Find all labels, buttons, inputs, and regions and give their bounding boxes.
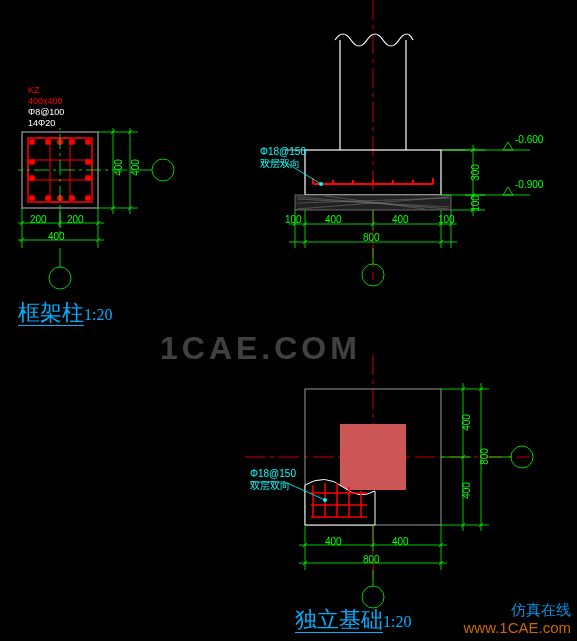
- cad-drawing-canvas: KZ 400x400 Φ8@100 14Φ20: [0, 0, 577, 641]
- col-dim-200-b: 200: [67, 214, 84, 225]
- svg-rect-93: [340, 424, 406, 490]
- sec-rebar-note: Φ18@150 双层双向: [260, 146, 306, 171]
- col-dim-400-r1: 400: [113, 159, 124, 176]
- svg-point-17: [85, 175, 91, 181]
- col-dim-400-r2: 400: [130, 159, 141, 176]
- sec-dim-400-a: 400: [325, 214, 342, 225]
- plan-dim-800-b: 800: [363, 554, 380, 565]
- level-top: -0.600: [515, 134, 543, 145]
- footer-line2: www.1CAE.com: [463, 619, 571, 637]
- level-bot: -0.900: [515, 179, 543, 190]
- plan-dim-400-r2: 400: [461, 482, 472, 499]
- svg-point-38: [49, 267, 71, 289]
- svg-point-8: [85, 139, 91, 145]
- plan-dim-400-r1: 400: [461, 414, 472, 431]
- column-stirrup-label: Φ8@100: [28, 107, 64, 118]
- sec-dim-100-v: 100: [470, 195, 481, 212]
- plan-title-text: 独立基础: [295, 607, 383, 633]
- sec-dim-400-b: 400: [392, 214, 409, 225]
- svg-point-16: [85, 159, 91, 165]
- column-size-label: 400x400: [28, 96, 63, 107]
- col-dim-400-b: 400: [48, 231, 65, 242]
- svg-point-13: [85, 195, 91, 201]
- svg-point-7: [69, 139, 75, 145]
- footer-line1: 仿真在线: [463, 601, 571, 619]
- svg-point-4: [29, 139, 35, 145]
- svg-point-12: [69, 195, 75, 201]
- plan-scale: 1:20: [383, 613, 411, 630]
- sec-dim-300: 300: [470, 164, 481, 181]
- sec-dim-100-r: 100: [438, 214, 455, 225]
- svg-point-56: [319, 182, 323, 186]
- column-title-text: 框架柱: [18, 300, 84, 326]
- svg-point-40: [152, 159, 174, 181]
- plan-dim-800-r: 800: [479, 448, 490, 465]
- column-title: 框架柱1:20: [18, 298, 112, 328]
- sec-dim-100-l: 100: [285, 214, 302, 225]
- column-scale: 1:20: [84, 306, 112, 323]
- foundation-plan-svg: [225, 355, 577, 641]
- column-kz-label: KZ: [28, 85, 40, 96]
- svg-point-14: [29, 159, 35, 165]
- plan-title: 独立基础1:20: [295, 605, 411, 635]
- svg-point-15: [29, 175, 35, 181]
- svg-point-9: [29, 195, 35, 201]
- plan-rebar-note: Φ18@150 双层双向: [250, 468, 296, 493]
- svg-point-5: [45, 139, 51, 145]
- footer-watermark: 仿真在线 www.1CAE.com: [463, 601, 571, 637]
- plan-dim-400-b2: 400: [392, 536, 409, 547]
- plan-dim-400-b1: 400: [325, 536, 342, 547]
- sec-dim-800: 800: [363, 232, 380, 243]
- svg-point-10: [45, 195, 51, 201]
- col-dim-200-a: 200: [30, 214, 47, 225]
